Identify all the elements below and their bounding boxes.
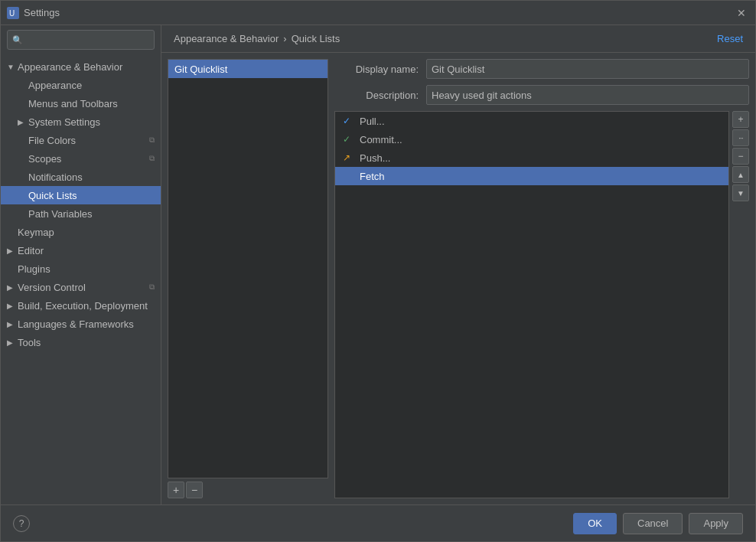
sidebar-item-label: Tools [18,337,155,348]
move-down-button[interactable]: ▼ [732,184,749,201]
cancel-button[interactable]: Cancel [623,513,683,534]
main-content: 🔍 ▼ Appearance & Behavior Appearance Me [1,25,755,504]
actions-container: ✓ Pull... ✓ Commit... ↗ Push.. [334,111,749,498]
sidebar-item-label: Languages & Frameworks [18,318,155,330]
description-row: Description: [334,85,749,105]
sidebar-item-appearance-behavior[interactable]: ▼ Appearance & Behavior [1,57,161,76]
display-name-input[interactable] [426,59,749,79]
action-label: Push... [360,152,390,164]
action-item-commit[interactable]: ✓ Commit... [335,130,728,149]
spacer [18,136,28,145]
sidebar-item-system-settings[interactable]: ▶ System Settings [1,113,161,131]
spacer [18,173,28,181]
arrow-icon: ↗ [343,152,354,163]
copy-icon: ⧉ [149,282,155,292]
spacer [18,155,28,163]
svg-text:U: U [9,9,15,18]
copy-icon: ⧉ [149,136,155,145]
spacer [18,191,28,200]
quick-list-panel: Git Quicklist + − [168,59,328,498]
sidebar-item-label: Notifications [28,171,155,183]
sidebar-item-menus-toolbars[interactable]: Menus and Toolbars [1,94,161,113]
apply-button[interactable]: Apply [689,513,743,534]
list-controls: + − [168,482,328,498]
settings-window: U Settings ✕ 🔍 ▼ Appearance & Behavior [0,0,756,542]
spacer [18,210,28,218]
add-action-button[interactable]: + [732,111,749,128]
action-item-fetch[interactable]: Fetch [335,167,728,185]
sidebar-item-label: Plugins [18,263,155,275]
remove-action-button[interactable]: − [732,148,749,165]
sidebar-item-quick-lists[interactable]: Quick Lists [1,186,161,204]
close-button[interactable]: ✕ [734,5,749,21]
right-panel: Appearance & Behavior › Quick Lists Rese… [161,25,755,504]
sidebar-item-label: Quick Lists [28,190,155,201]
breadcrumb-separator: › [283,33,286,44]
breadcrumb-bar: Appearance & Behavior › Quick Lists Rese… [161,25,755,53]
sidebar-item-scopes[interactable]: Scopes ⧉ [1,149,161,168]
sidebar-item-label: System Settings [28,116,155,128]
sidebar-item-label: Keymap [18,227,155,238]
titlebar: U Settings ✕ [1,1,755,25]
check-green-icon: ✓ [343,134,354,145]
sidebar-item-appearance[interactable]: Appearance [1,76,161,94]
remove-action-dots-button[interactable]: ··· [732,129,749,146]
spacer [7,265,18,273]
search-icon: 🔍 [12,35,23,45]
expand-arrow: ▶ [18,118,28,126]
breadcrumb-parent: Appearance & Behavior [174,33,279,44]
remove-list-button[interactable]: − [186,482,203,498]
footer-left: ? [13,515,30,532]
list-item-label: Git Quicklist [174,64,227,75]
description-label: Description: [334,90,419,101]
spacer-icon [343,171,354,181]
details-panel: Display name: Description: ✓ [334,59,749,498]
action-label: Fetch [360,171,385,182]
sidebar-item-build-execution[interactable]: ▶ Build, Execution, Deployment [1,296,161,315]
window-title: Settings [24,7,734,18]
sidebar-item-label: Appearance & Behavior [18,61,155,73]
sidebar-item-editor[interactable]: ▶ Editor [1,241,161,260]
sidebar-item-plugins[interactable]: Plugins [1,260,161,278]
sidebar-item-label: Path Variables [28,208,155,220]
sidebar-tree: ▼ Appearance & Behavior Appearance Menus… [1,54,161,504]
sidebar-item-label: Editor [18,245,155,256]
sidebar-item-label: Appearance [28,80,155,91]
display-name-row: Display name: [334,59,749,79]
help-button[interactable]: ? [13,515,30,532]
move-up-button[interactable]: ▲ [732,166,749,183]
expand-arrow: ▶ [7,320,18,328]
sidebar: 🔍 ▼ Appearance & Behavior Appearance Me [1,25,161,504]
ok-button[interactable]: OK [573,513,617,534]
list-item[interactable]: Git Quicklist [168,60,327,78]
search-box[interactable]: 🔍 [7,30,155,50]
copy-icon: ⧉ [149,154,155,163]
action-item-pull[interactable]: ✓ Pull... [335,112,728,130]
action-item-push[interactable]: ↗ Push... [335,149,728,167]
search-input[interactable] [26,34,149,45]
breadcrumb: Appearance & Behavior › Quick Lists [174,33,340,44]
sidebar-item-label: File Colors [28,135,146,146]
reset-button[interactable]: Reset [717,33,743,44]
spacer [18,81,28,90]
expand-arrow: ▶ [7,283,18,292]
description-input[interactable] [426,85,749,105]
panel-body: Git Quicklist + − Display name: [161,53,755,504]
sidebar-item-notifications[interactable]: Notifications [1,168,161,186]
sidebar-item-label: Version Control [18,282,146,293]
action-label: Commit... [360,134,402,145]
sidebar-item-languages-frameworks[interactable]: ▶ Languages & Frameworks [1,315,161,333]
footer-right: OK Cancel Apply [573,513,743,534]
add-list-button[interactable]: + [168,482,184,498]
sidebar-item-label: Build, Execution, Deployment [18,300,155,312]
sidebar-item-label: Menus and Toolbars [28,98,155,109]
expand-arrow: ▶ [7,302,18,310]
sidebar-item-path-variables[interactable]: Path Variables [1,204,161,223]
actions-list: ✓ Pull... ✓ Commit... ↗ Push.. [334,111,729,498]
sidebar-item-keymap[interactable]: Keymap [1,223,161,241]
sidebar-item-tools[interactable]: ▶ Tools [1,333,161,351]
sidebar-item-version-control[interactable]: ▶ Version Control ⧉ [1,278,161,296]
spacer [7,228,18,237]
sidebar-item-file-colors[interactable]: File Colors ⧉ [1,131,161,149]
check-blue-icon: ✓ [343,116,354,126]
